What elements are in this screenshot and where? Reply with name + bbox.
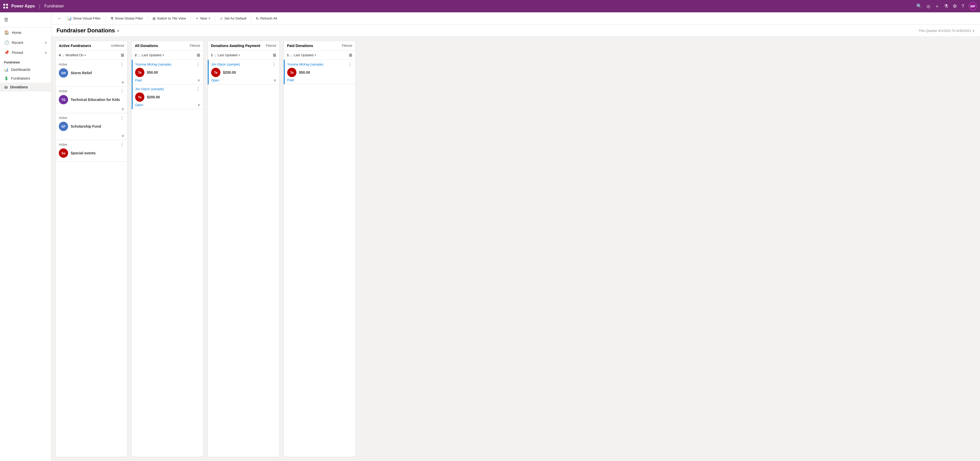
col-sort-label-paid-donations[interactable]: Last Updated ∨ [294,53,316,57]
set-as-default-button[interactable]: ✓ Set As Default [217,15,249,22]
more-options-icon[interactable]: ⋮ [348,62,352,67]
col-cards-all-donations: Yvonne McKay (sample) ⋮ Te $50.00 Paid ∨… [132,60,203,457]
donation-status[interactable]: Paid [135,78,142,82]
col-title-paid-donations: Paid Donations [287,44,313,48]
show-visual-filter-label: Show Visual Filter [73,16,101,20]
visual-filter-icon: 📊 [67,16,72,21]
expand-icon[interactable]: ∨ [197,78,200,82]
add-icon[interactable]: ＋ [935,3,939,9]
sidebar-item-pinned[interactable]: 📌 Pinned ∨ [0,48,51,57]
col-filter-all-donations: Filtered [190,44,200,48]
sidebar-item-fundraisers[interactable]: 💲 Fundraisers [0,74,51,83]
more-options-icon[interactable]: ⋮ [120,142,124,147]
top-bar-icons: 🔍 ◎ ＋ ⚗ ⚙ ? MP [916,2,977,10]
sidebar-item-recent[interactable]: 🕐 Recent ∨ [0,38,51,48]
new-button[interactable]: ＋ New ∨ [192,14,213,22]
table-row: Active ⋮ TE Technical Education for Kids… [56,87,127,113]
page-title: Fundraiser Donations [57,27,115,34]
col-sort-donations-awaiting-payment: 1 ↓ Last Updated ∨ ⊞ [208,51,279,60]
page-title-chevron-icon[interactable]: ∨ [117,29,119,33]
top-bar-separator: | [39,3,40,9]
donation-card-body: Te $200.00 [135,92,200,102]
dashboards-icon: 📊 [4,68,8,72]
donation-status-row: Open ∨ [211,78,276,82]
donation-contact[interactable]: Yvonne McKay (sample) [135,62,171,66]
donation-card-header: Jim Glynn (sample) ⋮ [135,87,200,91]
avatar: Te [211,68,220,77]
refresh-all-label: Refresh All [260,16,277,20]
table-row: Active ⋮ SF Scholarship Fund ∨ [56,113,127,140]
col-sort-label-active-fundraisers[interactable]: Modified On ∨ [65,53,86,57]
sidebar-donations-label: Donations [10,85,28,89]
app-grid-button[interactable] [3,3,8,9]
user-avatar[interactable]: MP [969,2,977,10]
app-name: Power Apps [11,4,35,8]
col-sort-active-fundraisers: 4 ↓ Modified On ∨ ⊞ [56,51,127,60]
donation-contact[interactable]: Yvonne McKay (sample) [287,62,323,66]
col-cards-donations-awaiting-payment: Jim Glynn (sample) ⋮ Te $200.00 Open ∨ [208,60,279,457]
settings-icon[interactable]: ⚙ [953,3,957,9]
more-options-icon[interactable]: ⋮ [272,62,276,67]
table-row: Jim Glynn (sample) ⋮ Te $200.00 Open ∨ [132,84,203,109]
toolbar: ← 📊 Show Visual Filter ⚗ Show Global Fil… [51,12,980,25]
col-layout-icon-paid-donations[interactable]: ⊞ [349,52,352,57]
expand-icon[interactable]: ∨ [121,134,124,138]
expand-icon[interactable]: ∨ [121,107,124,111]
table-row: Yvonne McKay (sample) ⋮ Te $50.00 Paid ∨ [132,60,203,84]
donation-contact[interactable]: Jim Glynn (sample) [135,87,164,91]
col-layout-icon-all-donations[interactable]: ⊞ [197,52,200,57]
filter-icon[interactable]: ⚗ [944,3,948,9]
date-filter[interactable]: This Quarter 4/1/2021 To 6/30/2021 ∨ [919,29,975,33]
donation-contact[interactable]: Jim Glynn (sample) [211,62,240,66]
hamburger-button[interactable]: ☰ [0,14,51,25]
more-options-icon[interactable]: ⋮ [120,115,124,120]
col-cards-paid-donations: Yvonne McKay (sample) ⋮ Te $50.00 Paid [284,60,355,457]
expand-icon[interactable]: ∨ [274,78,276,82]
col-layout-icon-active-fundraisers[interactable]: ⊞ [121,52,124,57]
more-options-icon[interactable]: ⋮ [196,87,200,91]
col-sort-label-all-donations[interactable]: Last Updated ∨ [142,53,164,57]
sort-down-icon-paid-donations: ↓ [290,53,292,57]
show-visual-filter-button[interactable]: 📊 Show Visual Filter [65,15,103,22]
col-filter-active-fundraisers: Unfiltered [111,44,124,48]
back-button[interactable]: ← [56,14,64,22]
donation-amount: $50.00 [147,70,158,75]
sidebar-pinned-label: Pinned [12,51,23,55]
copilot-icon[interactable]: ◎ [927,4,930,9]
avatar: Te [135,92,144,102]
donation-status[interactable]: Open [135,103,143,107]
donation-amount: $200.00 [223,70,236,75]
donation-status-row: Paid [287,78,352,82]
sidebar-item-donations[interactable]: 🗂 Donations [0,83,51,91]
donation-status[interactable]: Paid [287,78,294,82]
expand-icon[interactable]: ∨ [197,103,200,107]
card-main-row: SF Scholarship Fund [59,122,124,131]
sidebar-item-dashboards[interactable]: 📊 Dashboards [0,65,51,74]
sidebar-dashboards-label: Dashboards [11,68,30,72]
sidebar-home-label: Home [12,30,21,35]
col-header-donations-awaiting-payment: Donations Awaiting Payment Filtered [208,41,279,51]
help-icon[interactable]: ? [961,3,964,9]
col-header-active-fundraisers: Active Fundraisers Unfiltered [56,41,127,51]
more-options-icon[interactable]: ⋮ [196,62,200,67]
more-options-icon[interactable]: ⋮ [120,62,124,67]
tile-view-icon: ⊞ [153,16,156,21]
expand-icon[interactable]: ∨ [121,80,124,84]
set-as-default-label: Set As Default [224,16,247,20]
donation-status[interactable]: Open [211,78,220,82]
sidebar-item-home[interactable]: 🏠 Home [0,27,51,38]
col-sort-label-donations-awaiting-payment[interactable]: Last Updated ∨ [218,53,240,57]
sort-down-icon-all-donations: ↓ [138,53,140,57]
avatar: Te [135,68,144,77]
recent-icon: 🕐 [4,40,9,45]
search-icon[interactable]: 🔍 [916,3,922,9]
show-global-filter-button[interactable]: ⚗ Show Global Filter [108,15,146,22]
card-name: Technical Education for Kids [71,98,120,102]
more-options-icon[interactable]: ⋮ [120,89,124,94]
switch-tile-view-button[interactable]: ⊞ Switch to Tile View [150,15,188,22]
donation-amount: $200.00 [147,95,160,99]
refresh-all-button[interactable]: ↻ Refresh All [253,15,280,22]
donation-amount: $50.00 [299,70,310,75]
toolbar-sep-3 [190,16,191,22]
col-layout-icon-donations-awaiting-payment[interactable]: ⊞ [273,52,276,57]
